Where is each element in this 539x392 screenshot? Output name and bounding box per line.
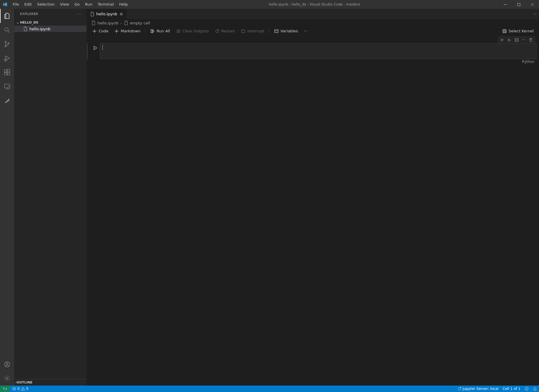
cell-icon bbox=[124, 21, 128, 25]
menu-run[interactable]: Run bbox=[82, 0, 95, 9]
copilot-icon bbox=[4, 97, 11, 104]
activity-settings[interactable] bbox=[0, 371, 14, 386]
text-cursor bbox=[102, 45, 103, 50]
cell-language-picker[interactable]: Python bbox=[100, 59, 537, 64]
svg-rect-10 bbox=[7, 69, 10, 72]
cell-editor[interactable] bbox=[100, 43, 537, 59]
run-by-line-button[interactable] bbox=[499, 37, 506, 43]
gear-icon bbox=[4, 375, 11, 382]
files-icon bbox=[4, 12, 11, 19]
svg-rect-8 bbox=[4, 73, 7, 75]
problems-indicator[interactable]: 0 0 bbox=[10, 386, 30, 392]
breadcrumb[interactable]: hello.ipynb › empty cell bbox=[87, 19, 539, 27]
activity-copilot[interactable] bbox=[0, 94, 14, 108]
svg-point-12 bbox=[8, 86, 10, 89]
plus-icon bbox=[92, 29, 97, 34]
interrupt-icon bbox=[241, 29, 246, 34]
svg-point-2 bbox=[5, 28, 8, 31]
close-button[interactable] bbox=[525, 0, 539, 9]
minimize-button[interactable] bbox=[498, 0, 512, 9]
select-kernel-button[interactable]: Select Kernel bbox=[500, 28, 536, 34]
breadcrumb-segment: empty cell bbox=[130, 21, 150, 25]
run-all-icon bbox=[150, 29, 155, 34]
menu-go[interactable]: Go bbox=[72, 0, 82, 9]
clear-outputs-button[interactable]: Clear Outputs bbox=[174, 28, 211, 34]
menu-terminal[interactable]: Terminal bbox=[95, 0, 117, 9]
add-code-label: Code bbox=[99, 29, 108, 33]
svg-rect-17 bbox=[275, 30, 278, 33]
cell-1: ··· Python bbox=[87, 37, 537, 64]
maximize-button[interactable] bbox=[512, 0, 525, 9]
cell-position-status[interactable]: Cell 1 of 1 bbox=[500, 386, 523, 392]
ellipsis-icon: ··· bbox=[304, 29, 307, 33]
execute-below-button[interactable] bbox=[506, 37, 513, 43]
activity-accounts[interactable] bbox=[0, 357, 14, 371]
clear-outputs-label: Clear Outputs bbox=[183, 29, 209, 33]
remote-icon bbox=[3, 387, 7, 391]
remote-indicator[interactable] bbox=[0, 386, 10, 392]
chevron-down-icon: ⌄ bbox=[15, 20, 20, 24]
notifications-button[interactable] bbox=[531, 386, 539, 392]
svg-point-22 bbox=[458, 388, 461, 390]
close-tab-button[interactable] bbox=[119, 12, 124, 16]
sidebar-more-button[interactable]: ··· bbox=[77, 12, 82, 16]
add-markdown-button[interactable]: Markdown bbox=[112, 28, 143, 34]
split-cell-button[interactable] bbox=[513, 37, 520, 43]
interrupt-button[interactable]: Interrupt bbox=[238, 28, 266, 34]
jupyter-server-status[interactable]: Jupyter Server: local bbox=[455, 386, 501, 392]
outline-header[interactable]: › OUTLINE bbox=[14, 379, 87, 386]
restart-button[interactable]: Restart bbox=[213, 28, 238, 34]
tabs-row: hello.ipynb ··· bbox=[87, 9, 539, 19]
run-cell-button[interactable] bbox=[92, 45, 98, 51]
menu-help[interactable]: Help bbox=[117, 0, 131, 9]
notebook-more-button[interactable]: ··· bbox=[301, 28, 310, 34]
feedback-button[interactable] bbox=[523, 386, 531, 392]
toolbar-separator bbox=[269, 29, 269, 34]
run-all-label: Run All bbox=[157, 29, 170, 33]
variables-button[interactable]: Variables bbox=[272, 28, 300, 34]
activity-extensions[interactable] bbox=[0, 65, 14, 79]
activity-run-debug[interactable] bbox=[0, 51, 14, 65]
cell-more-button[interactable]: ··· bbox=[520, 37, 527, 43]
add-code-button[interactable]: Code bbox=[90, 28, 111, 34]
menu-edit[interactable]: Edit bbox=[22, 0, 34, 9]
file-icon bbox=[90, 12, 94, 16]
run-all-button[interactable]: Run All bbox=[148, 28, 172, 34]
window-title: hello.ipynb - hello_ds - Visual Studio C… bbox=[130, 2, 498, 6]
ellipsis-icon: ··· bbox=[522, 38, 525, 42]
search-icon bbox=[4, 26, 11, 34]
vscode-logo-icon bbox=[0, 2, 10, 7]
extensions-icon bbox=[4, 69, 11, 76]
file-name: hello.ipynb bbox=[29, 27, 50, 31]
svg-rect-19 bbox=[504, 31, 505, 32]
jupyter-label: Jupyter Server: local bbox=[463, 387, 499, 391]
svg-point-14 bbox=[6, 363, 8, 364]
activity-remote-explorer[interactable] bbox=[0, 79, 14, 94]
file-item-hello-ipynb[interactable]: hello.ipynb bbox=[14, 26, 87, 32]
errors-count: 0 bbox=[17, 387, 20, 391]
activity-source-control[interactable] bbox=[0, 37, 14, 51]
editor-more-button[interactable]: ··· bbox=[531, 9, 539, 19]
sidebar-title: EXPLORER bbox=[20, 12, 38, 16]
folder-header[interactable]: ⌄ HELLO_DS bbox=[14, 19, 87, 26]
breadcrumb-file: hello.ipynb bbox=[97, 21, 118, 25]
delete-cell-button[interactable] bbox=[528, 37, 534, 43]
folder-name: HELLO_DS bbox=[20, 21, 38, 24]
activity-search[interactable] bbox=[0, 23, 14, 37]
sidebar: EXPLORER ··· ⌄ HELLO_DS hello.ipynb › OU… bbox=[14, 9, 87, 386]
titlebar: File Edit Selection View Go Run Terminal… bbox=[0, 0, 539, 9]
tab-hello-ipynb[interactable]: hello.ipynb bbox=[87, 9, 127, 19]
svg-point-4 bbox=[5, 46, 6, 47]
menu-view[interactable]: View bbox=[57, 0, 72, 9]
split-icon bbox=[515, 38, 519, 42]
notebook-toolbar: Code Markdown Run All Clear Outputs Rest… bbox=[87, 27, 539, 36]
restart-icon bbox=[215, 29, 220, 34]
svg-rect-1 bbox=[518, 3, 520, 6]
menu-bar: File Edit Selection View Go Run Terminal… bbox=[10, 0, 130, 9]
toolbar-separator bbox=[145, 29, 145, 34]
bell-icon bbox=[533, 387, 537, 391]
activity-explorer[interactable] bbox=[0, 9, 14, 23]
svg-point-5 bbox=[8, 43, 9, 44]
menu-selection[interactable]: Selection bbox=[34, 0, 57, 9]
menu-file[interactable]: File bbox=[10, 0, 22, 9]
